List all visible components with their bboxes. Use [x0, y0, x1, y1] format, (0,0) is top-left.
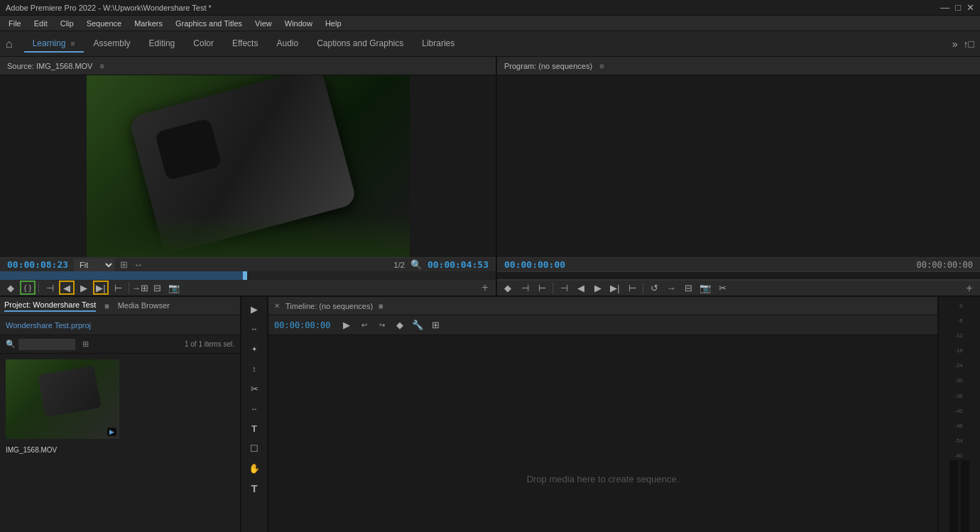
timeline-close-icon[interactable]: ✕: [274, 302, 280, 310]
text-tool-bottom[interactable]: T: [244, 479, 265, 497]
source-fit-dropdown[interactable]: Fit 25% 50% 100%: [74, 259, 114, 271]
prog-marker-button[interactable]: ◆: [500, 281, 516, 295]
menu-bar: File Edit Clip Sequence Markers Graphics…: [0, 16, 980, 31]
selection-tool[interactable]: ▶: [244, 300, 265, 318]
razor-tool[interactable]: ✂: [244, 379, 265, 398]
export-frame-button[interactable]: 📷: [166, 281, 182, 295]
rect-tool[interactable]: ☐: [244, 439, 265, 457]
export-icon[interactable]: ↑□: [964, 38, 974, 50]
prog-add-panel[interactable]: +: [962, 281, 977, 295]
source-controls: ◆ { } ⊣ ◀ ▶ ▶| ⊢ →⊞ ⊟ 📷 +: [0, 280, 496, 295]
timeline-tool6[interactable]: ⊞: [428, 318, 443, 332]
prog-out-button[interactable]: ⊢: [534, 281, 550, 295]
project-tab[interactable]: Project: Wondershare Test: [4, 300, 96, 312]
project-content: ▶ IMG_1568.MOV: [0, 354, 240, 532]
main-content: Source: IMG_1568.MOV ≡ 00:00:08:23 F: [0, 57, 980, 532]
media-browser-tab[interactable]: Media Browser: [118, 301, 170, 311]
home-icon[interactable]: ⌂: [6, 38, 13, 50]
project-panel-menu-icon[interactable]: ≡: [104, 302, 109, 310]
project-thumbnail[interactable]: ▶: [6, 359, 119, 439]
program-panel-menu-icon[interactable]: ≡: [599, 62, 604, 70]
tab-audio[interactable]: Audio: [268, 36, 307, 53]
go-in-button[interactable]: ⊣: [42, 281, 58, 295]
source-video-preview: [87, 75, 410, 257]
timeline-tools: ▶ ↩ ↪ ◆ 🔧 ⊞: [339, 318, 443, 332]
timeline-menu-icon[interactable]: ≡: [379, 302, 383, 310]
timeline-play-btn[interactable]: ▶: [339, 318, 354, 332]
prog-fwd[interactable]: ▶|: [607, 281, 623, 295]
prog-step-fwd[interactable]: ⊢: [624, 281, 640, 295]
prog-loop[interactable]: ↺: [646, 281, 662, 295]
source-zoom-icon[interactable]: 🔍: [410, 259, 422, 270]
play-button[interactable]: ▶: [76, 281, 92, 295]
project-search-bar: 🔍 ⊞ 1 of 1 items sel.: [0, 335, 240, 354]
prog-overwrite[interactable]: ⊟: [680, 281, 696, 295]
audio-meter: 0 -6 -12 -18 -24 -30 -36 -42 -48 -54 -60: [937, 297, 980, 532]
program-current-time[interactable]: 00:00:00:00: [504, 259, 565, 270]
rate-stretch-tool[interactable]: ↕: [244, 359, 265, 378]
tab-captions[interactable]: Captions and Graphics: [308, 36, 412, 53]
slip-tool[interactable]: ↔: [244, 399, 265, 418]
meter-bar-left: [949, 460, 958, 532]
more-workspaces-icon[interactable]: »: [952, 38, 958, 50]
items-count: 1 of 1 items sel.: [185, 340, 234, 348]
close-button[interactable]: ✕: [967, 2, 974, 13]
menu-window[interactable]: Window: [279, 18, 318, 29]
tab-learning[interactable]: Learning ≡: [24, 36, 84, 53]
menu-view[interactable]: View: [249, 18, 278, 29]
tab-color[interactable]: Color: [185, 36, 222, 53]
menu-markers[interactable]: Markers: [129, 18, 168, 29]
track-select-tool[interactable]: ↔: [244, 320, 265, 338]
source-compare-icon[interactable]: ↔: [134, 259, 143, 270]
menu-graphics-titles[interactable]: Graphics and Titles: [170, 18, 248, 29]
prog-insert[interactable]: →: [663, 281, 679, 295]
in-out-button[interactable]: { }: [20, 281, 36, 295]
timeline-tab[interactable]: Timeline: (no sequences): [285, 302, 373, 310]
tab-editing[interactable]: Editing: [141, 36, 184, 53]
timeline-toolbar: 00:00:00:00 ▶ ↩ ↪ ◆ 🔧 ⊞: [268, 315, 937, 335]
project-search-input[interactable]: [18, 339, 75, 350]
prog-trim[interactable]: ✂: [714, 281, 730, 295]
step-fwd-button[interactable]: ▶|: [93, 281, 109, 295]
menu-help[interactable]: Help: [320, 18, 347, 29]
minimize-button[interactable]: —: [940, 2, 949, 13]
overwrite-button[interactable]: ⊟: [149, 281, 165, 295]
prog-play[interactable]: ▶: [590, 281, 606, 295]
timeline-current-time[interactable]: 00:00:00:00: [274, 320, 330, 330]
menu-clip[interactable]: Clip: [55, 18, 80, 29]
program-timebar: 00:00:00:00 00:00:00:00: [497, 257, 980, 271]
scrub-handle[interactable]: [243, 271, 247, 280]
timeline-tool4[interactable]: ◆: [392, 318, 408, 332]
separator2: [643, 283, 643, 294]
meter-label-42: -42: [954, 408, 963, 414]
timeline-content: Drop media here to create sequence.: [268, 335, 937, 532]
project-file-link[interactable]: Wondershare Test.prproj: [6, 321, 91, 330]
hand-tool[interactable]: ✋: [244, 459, 265, 477]
prog-export-frame[interactable]: 📷: [697, 281, 713, 295]
ripple-edit-tool[interactable]: ✦: [244, 340, 265, 358]
timeline-tool3[interactable]: ↪: [374, 318, 390, 332]
source-settings-icon[interactable]: ⊞: [120, 259, 128, 270]
step-back-button[interactable]: ◀: [59, 281, 75, 295]
tab-libraries[interactable]: Libraries: [413, 36, 463, 53]
timeline-tool5[interactable]: 🔧: [410, 318, 425, 332]
maximize-button[interactable]: □: [955, 2, 961, 13]
timeline-tool2[interactable]: ↩: [356, 318, 372, 332]
prog-back[interactable]: ◀: [573, 281, 589, 295]
tab-assembly[interactable]: Assembly: [85, 36, 139, 53]
source-current-time[interactable]: 00:00:08:23: [7, 259, 68, 270]
source-panel-content: [0, 75, 496, 257]
add-panel-button[interactable]: +: [477, 281, 493, 295]
type-tool[interactable]: T: [244, 419, 265, 438]
go-out-button[interactable]: ⊢: [110, 281, 126, 295]
insert-button[interactable]: →⊞: [132, 281, 148, 295]
separator: [38, 282, 39, 293]
source-panel-menu-icon[interactable]: ≡: [99, 62, 104, 70]
menu-sequence[interactable]: Sequence: [81, 18, 128, 29]
menu-file[interactable]: File: [3, 18, 27, 29]
add-marker-button[interactable]: ◆: [3, 281, 18, 295]
menu-edit[interactable]: Edit: [28, 18, 53, 29]
prog-in-button[interactable]: ⊣: [517, 281, 533, 295]
tab-effects[interactable]: Effects: [224, 36, 266, 53]
prog-step-back[interactable]: ⊣: [556, 281, 572, 295]
